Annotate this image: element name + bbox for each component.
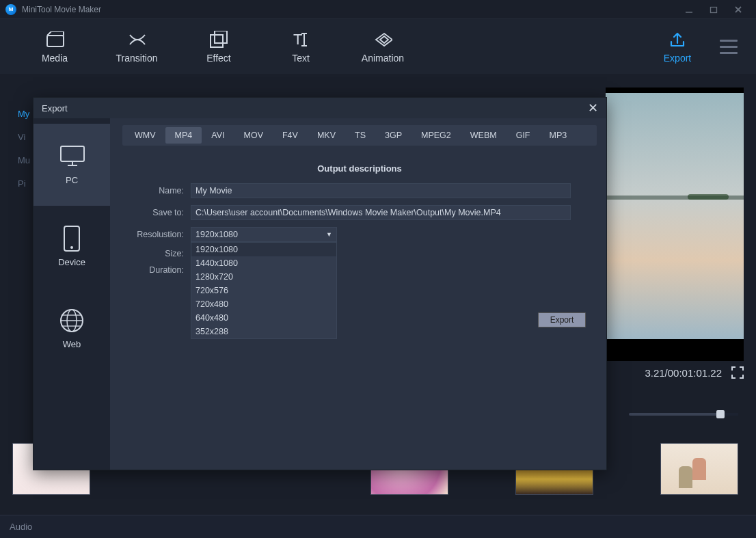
fullscreen-icon[interactable] xyxy=(731,366,744,379)
maximize-icon xyxy=(710,5,718,14)
dialog-title: Export xyxy=(42,103,68,113)
name-label: Name: xyxy=(122,186,184,196)
svg-rect-1 xyxy=(711,7,717,12)
format-mkv[interactable]: MKV xyxy=(308,127,345,144)
tab-media-label: Media xyxy=(42,53,68,64)
main-toolbar: Media Transition Effect T Text Animation… xyxy=(0,19,756,75)
window-minimize-button[interactable] xyxy=(677,3,701,16)
duration-label: Duration: xyxy=(122,265,184,275)
resolution-option[interactable]: 640x480 xyxy=(191,311,336,325)
svg-rect-4 xyxy=(47,36,64,46)
svg-rect-11 xyxy=(61,146,84,161)
resolution-option[interactable]: 352x288 xyxy=(191,325,336,338)
tab-text-label: Text xyxy=(292,53,310,64)
svg-rect-6 xyxy=(215,31,227,43)
format-wmv[interactable]: WMV xyxy=(125,127,165,144)
export-confirm-button[interactable]: Export xyxy=(538,312,586,327)
resolution-option[interactable]: 720x480 xyxy=(191,297,336,311)
format-webm[interactable]: WEBM xyxy=(461,127,507,144)
timeline-zoom-slider[interactable] xyxy=(629,413,738,416)
text-icon: T xyxy=(291,31,310,49)
pc-icon xyxy=(58,145,85,168)
time-display: 3.21/00:01:01.22 xyxy=(645,367,722,379)
sidebar-item-music[interactable]: Mu xyxy=(18,149,30,172)
preview-frame[interactable] xyxy=(606,93,744,339)
sidebar-item-picture[interactable]: Pi xyxy=(18,172,30,196)
export-target-web-label: Web xyxy=(63,339,81,349)
export-dialog: Export ✕ PC Device Web xyxy=(33,97,607,470)
close-icon xyxy=(733,5,743,14)
sidebar-item-video[interactable]: Vi xyxy=(18,126,30,149)
format-mp3[interactable]: MP3 xyxy=(540,127,577,144)
format-mov[interactable]: MOV xyxy=(234,127,273,144)
svg-rect-5 xyxy=(211,35,223,47)
export-target-device[interactable]: Device xyxy=(33,206,110,288)
format-3gp[interactable]: 3GP xyxy=(375,127,411,144)
dialog-titlebar: Export ✕ xyxy=(33,98,606,118)
window-maximize-button[interactable] xyxy=(701,3,726,16)
export-target-pc-label: PC xyxy=(66,175,78,185)
tab-text[interactable]: T Text xyxy=(260,23,342,71)
effect-icon xyxy=(209,31,228,49)
tab-effect-label: Effect xyxy=(206,53,231,64)
svg-point-15 xyxy=(70,246,73,249)
audio-track-label: Audio xyxy=(0,515,756,538)
app-logo-icon: M xyxy=(5,4,16,15)
tab-transition[interactable]: Transition xyxy=(96,23,178,71)
format-gif[interactable]: GIF xyxy=(507,127,540,144)
window-close-button[interactable] xyxy=(726,3,751,16)
transition-icon xyxy=(127,31,146,49)
format-f4v[interactable]: F4V xyxy=(273,127,308,144)
tab-media[interactable]: Media xyxy=(14,23,96,71)
sidebar-item-my[interactable]: My xyxy=(18,103,30,126)
format-avi[interactable]: AVI xyxy=(202,127,234,144)
export-settings-panel: WMV MP4 AVI MOV F4V MKV TS 3GP MPEG2 WEB… xyxy=(110,118,606,470)
export-target-pc[interactable]: PC xyxy=(33,124,110,206)
resolution-option[interactable]: 1280x720 xyxy=(191,270,336,284)
animation-icon xyxy=(373,31,392,49)
resolution-label: Resolustion: xyxy=(122,230,184,239)
tab-effect[interactable]: Effect xyxy=(178,23,260,71)
saveto-input[interactable] xyxy=(191,205,571,220)
minimize-icon xyxy=(685,5,693,14)
dialog-close-button[interactable]: ✕ xyxy=(588,100,598,116)
resolution-dropdown: 1920x1080 1440x1080 1280x720 720x576 720… xyxy=(191,242,337,339)
titlebar: M MiniTool Movie Maker xyxy=(0,0,756,19)
preview-panel xyxy=(606,88,744,361)
resolution-option[interactable]: 1920x1080 xyxy=(191,243,336,256)
saveto-label: Save to: xyxy=(122,208,184,217)
size-label: Size: xyxy=(122,249,184,258)
timeline-clip[interactable] xyxy=(660,443,738,495)
export-target-device-label: Device xyxy=(58,257,85,267)
resolution-option[interactable]: 720x576 xyxy=(191,284,336,297)
export-target-web[interactable]: Web xyxy=(33,288,110,370)
svg-text:T: T xyxy=(293,31,302,48)
audio-label-text: Audio xyxy=(10,522,32,532)
format-ts[interactable]: TS xyxy=(345,127,375,144)
name-input[interactable] xyxy=(191,183,571,198)
tab-animation[interactable]: Animation xyxy=(342,23,424,71)
tab-transition-label: Transition xyxy=(116,53,158,64)
media-icon xyxy=(45,31,64,49)
format-mp4[interactable]: MP4 xyxy=(165,127,202,144)
resolution-select[interactable]: 1920x1080 ▼ xyxy=(191,227,337,242)
export-target-sidebar: PC Device Web xyxy=(33,118,110,470)
export-icon xyxy=(668,31,687,49)
menu-button[interactable] xyxy=(715,40,742,54)
resolution-selected-value: 1920x1080 xyxy=(195,228,238,241)
web-icon xyxy=(58,309,85,332)
format-mpeg2[interactable]: MPEG2 xyxy=(411,127,461,144)
app-title: MiniTool Movie Maker xyxy=(22,5,101,14)
device-icon xyxy=(58,227,85,250)
output-heading: Output descriptions xyxy=(122,163,597,174)
chevron-down-icon: ▼ xyxy=(326,228,332,241)
tab-animation-label: Animation xyxy=(362,53,404,64)
resolution-option[interactable]: 1440x1080 xyxy=(191,256,336,270)
library-sidebar: My Vi Mu Pi xyxy=(18,103,30,196)
format-tabs: WMV MP4 AVI MOV F4V MKV TS 3GP MPEG2 WEB… xyxy=(122,125,597,146)
playback-time: 3.21/00:01:01.22 xyxy=(645,366,744,379)
export-button[interactable]: Export xyxy=(647,23,708,71)
export-label: Export xyxy=(664,53,691,64)
